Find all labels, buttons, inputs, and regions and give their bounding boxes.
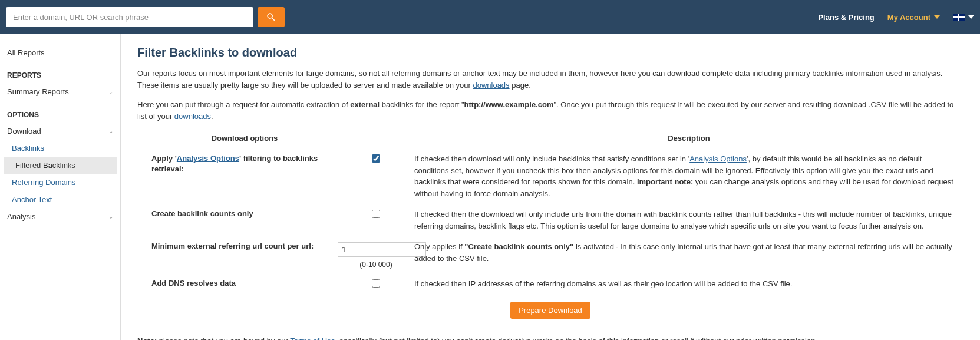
page-title: Filter Backlinks to download bbox=[137, 46, 963, 60]
req-text-1: Here you can put through a request for a… bbox=[137, 100, 350, 109]
button-row: Prepare Download bbox=[137, 295, 963, 329]
chevron-down-icon: ⌄ bbox=[108, 213, 113, 220]
sidebar-summary-label: Summary Reports bbox=[7, 87, 69, 96]
option-row-dns: Add DNS resolves data If checked then IP… bbox=[137, 273, 963, 295]
option-row-counts-only: Create backlink counts only If checked t… bbox=[137, 204, 963, 236]
sidebar-analysis-label: Analysis bbox=[7, 212, 35, 221]
option-desc-counts-only: If checked then the download will only i… bbox=[414, 209, 963, 232]
plans-pricing-link[interactable]: Plans & Pricing bbox=[818, 13, 874, 22]
col-header-description: Description bbox=[414, 134, 963, 143]
analysis-options-link[interactable]: Analysis Options bbox=[177, 154, 239, 163]
sidebar-heading-options: OPTIONS bbox=[0, 100, 120, 123]
note-pre: please note that you are bound by our bbox=[157, 336, 290, 341]
options-header: Download options Description bbox=[137, 130, 963, 148]
sidebar-summary-reports[interactable]: Summary Reports ⌄ bbox=[0, 83, 120, 100]
req-text-4: . bbox=[211, 112, 213, 121]
uk-flag-icon bbox=[953, 14, 965, 21]
sidebar-analysis[interactable]: Analysis ⌄ bbox=[0, 208, 120, 225]
sidebar-sub-backlinks[interactable]: Backlinks bbox=[0, 140, 120, 157]
terms-of-use-link[interactable]: Terms of Use bbox=[290, 336, 335, 341]
intro-paragraph: Our reports focus on most important elem… bbox=[137, 68, 963, 91]
option-label-min-count: Minimum external referring url count per… bbox=[137, 241, 338, 252]
req-external: external bbox=[350, 100, 380, 109]
sidebar-all-reports[interactable]: All Reports bbox=[0, 45, 120, 61]
my-account-label: My Account bbox=[887, 13, 930, 22]
request-paragraph: Here you can put through a request for a… bbox=[137, 99, 963, 122]
my-account-dropdown[interactable]: My Account bbox=[887, 13, 940, 22]
search-button[interactable] bbox=[258, 7, 285, 27]
min-count-range: (0-10 000) bbox=[338, 260, 414, 269]
option-label-dns: Add DNS resolves data bbox=[137, 278, 338, 289]
option-desc-min-count: Only applies if "Create backlink counts … bbox=[414, 241, 963, 264]
option-control-dns bbox=[338, 278, 414, 289]
option-row-min-count: Minimum external referring url count per… bbox=[137, 236, 963, 273]
intro-text-1: Our reports focus on most important elem… bbox=[137, 69, 942, 90]
search-wrap bbox=[6, 7, 285, 27]
apply-filter-checkbox[interactable] bbox=[372, 154, 380, 163]
option-desc-dns: If checked then IP addresses of the refe… bbox=[414, 278, 963, 290]
min-count-input[interactable] bbox=[338, 242, 426, 257]
downloads-link-2[interactable]: downloads bbox=[174, 112, 211, 121]
main-content: Filter Backlinks to download Our reports… bbox=[121, 34, 980, 340]
header-right: Plans & Pricing My Account bbox=[818, 13, 974, 22]
col-header-options: Download options bbox=[137, 134, 338, 143]
language-dropdown[interactable] bbox=[953, 14, 974, 21]
option-label-apply-filter: Apply 'Analysis Options' filtering to ba… bbox=[137, 153, 338, 174]
dns-checkbox[interactable] bbox=[372, 279, 380, 288]
search-input[interactable] bbox=[6, 7, 253, 27]
chevron-down-icon: ⌄ bbox=[108, 88, 113, 95]
note-bold: Note: bbox=[137, 336, 157, 341]
col-header-spacer bbox=[338, 134, 414, 143]
option-desc-apply-filter: If checked then download will only inclu… bbox=[414, 153, 963, 199]
req-url: http://www.example.com bbox=[464, 100, 554, 109]
chevron-down-icon: ⌄ bbox=[108, 128, 113, 134]
analysis-options-link-2[interactable]: Analysis Options bbox=[689, 154, 747, 163]
chevron-down-icon bbox=[968, 15, 974, 19]
req-text-2: backlinks for the report " bbox=[380, 100, 464, 109]
option-label-counts-only: Create backlink counts only bbox=[137, 209, 338, 219]
footer-note: Note: please note that you are bound by … bbox=[137, 335, 963, 341]
option-control-min-count: (0-10 000) bbox=[338, 241, 414, 269]
sidebar-heading-reports: REPORTS bbox=[0, 61, 120, 83]
sidebar-sub-referring-domains[interactable]: Referring Domains bbox=[0, 174, 120, 191]
option-control-counts-only bbox=[338, 209, 414, 220]
sidebar-download-label: Download bbox=[7, 127, 41, 136]
chevron-down-icon bbox=[934, 15, 940, 19]
prepare-download-button[interactable]: Prepare Download bbox=[510, 302, 590, 319]
intro-text-2: page. bbox=[510, 81, 531, 90]
search-icon bbox=[266, 12, 276, 22]
sidebar-sub-filtered-backlinks[interactable]: Filtered Backlinks bbox=[4, 157, 117, 174]
option-row-apply-filter: Apply 'Analysis Options' filtering to ba… bbox=[137, 148, 963, 204]
sidebar: All Reports REPORTS Summary Reports ⌄ OP… bbox=[0, 34, 121, 340]
options-table: Download options Description Apply 'Anal… bbox=[137, 130, 963, 329]
note-post: , specifically (but not limited to) you … bbox=[335, 336, 817, 341]
downloads-link[interactable]: downloads bbox=[473, 81, 509, 90]
counts-only-checkbox[interactable] bbox=[372, 210, 380, 218]
option-control-apply-filter bbox=[338, 153, 414, 164]
sidebar-download[interactable]: Download ⌄ bbox=[0, 123, 120, 140]
top-header: Plans & Pricing My Account bbox=[0, 0, 980, 34]
sidebar-sub-anchor-text[interactable]: Anchor Text bbox=[0, 191, 120, 208]
